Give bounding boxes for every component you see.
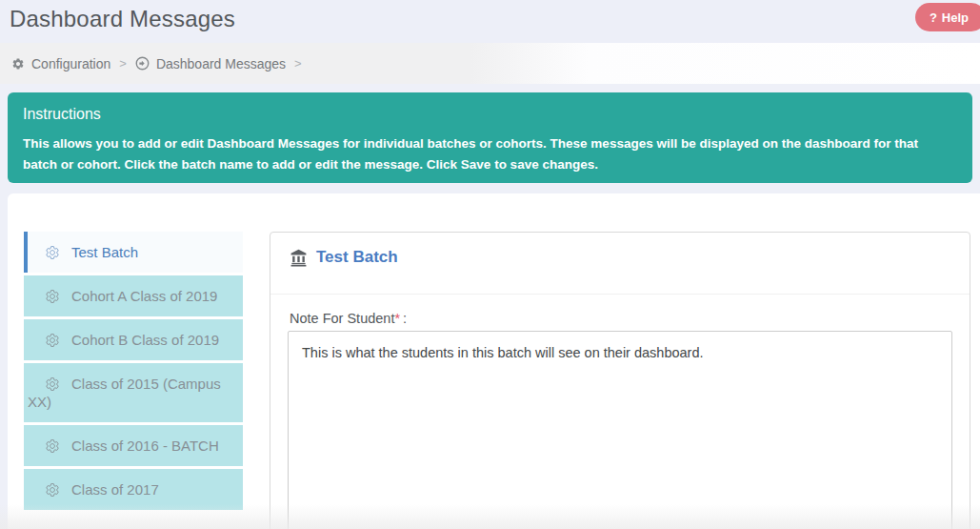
note-for-student-textarea[interactable]: This is what the students in this batch … xyxy=(288,331,952,529)
page: Dashboard Messages ? Help Configuration … xyxy=(0,0,980,183)
gear-icon xyxy=(11,57,25,71)
arrow-circle-right-icon xyxy=(135,56,150,71)
batch-item-class-2015[interactable]: Class of 2015 (Campus XX) xyxy=(24,363,243,422)
instructions-panel: Instructions This allows you to add or e… xyxy=(8,92,972,183)
breadcrumb-label: Dashboard Messages xyxy=(156,56,286,71)
main-card: Test Batch Cohort A Class of 2019 Cohort… xyxy=(8,193,980,529)
gear-icon xyxy=(45,482,60,498)
batch-item-label: Class of 2017 xyxy=(71,481,159,498)
batch-list: Test Batch Cohort A Class of 2019 Cohort… xyxy=(24,232,243,513)
breadcrumb-label: Configuration xyxy=(31,56,110,71)
gear-icon xyxy=(45,245,60,260)
batch-item-class-2016[interactable]: Class of 2016 - BATCH xyxy=(24,425,243,466)
breadcrumb-item-dashboard-messages[interactable]: Dashboard Messages xyxy=(135,56,286,71)
help-button-label: Help xyxy=(942,10,969,25)
batch-message-panel: Test Batch Note For Student*: This is wh… xyxy=(270,232,970,529)
panel-header: Test Batch xyxy=(270,233,970,295)
instructions-title: Instructions xyxy=(23,106,957,123)
batch-item-cohort-a-2019[interactable]: Cohort A Class of 2019 xyxy=(24,275,243,316)
batch-item-test-batch[interactable]: Test Batch xyxy=(24,232,243,273)
university-icon xyxy=(290,249,308,267)
batch-item-label: Cohort B Class of 2019 xyxy=(71,332,219,348)
instructions-body: This allows you to add or edit Dashboard… xyxy=(23,133,951,174)
batch-item-label: Cohort A Class of 2019 xyxy=(71,288,217,304)
breadcrumb-item-configuration[interactable]: Configuration xyxy=(11,56,110,71)
help-button[interactable]: ? Help xyxy=(915,3,980,31)
batch-item-label: Class of 2016 - BATCH xyxy=(71,437,219,454)
batch-item-class-2017[interactable]: Class of 2017 xyxy=(24,469,243,510)
gear-icon xyxy=(45,289,60,304)
breadcrumb: Configuration > Dashboard Messages > xyxy=(0,43,980,84)
panel-title: Test Batch xyxy=(316,248,398,267)
page-title: Dashboard Messages xyxy=(0,0,980,32)
gear-icon xyxy=(45,438,60,454)
breadcrumb-separator: > xyxy=(119,56,127,71)
batch-item-cohort-b-2019[interactable]: Cohort B Class of 2019 xyxy=(24,319,243,360)
page-header: Dashboard Messages ? Help xyxy=(0,0,980,43)
note-for-student-label: Note For Student*: xyxy=(290,311,950,326)
question-icon: ? xyxy=(930,10,937,25)
required-asterisk: * xyxy=(394,311,400,326)
gear-icon xyxy=(45,376,60,392)
gear-icon xyxy=(45,333,60,348)
batch-item-label: Test Batch xyxy=(71,244,138,260)
breadcrumb-separator: > xyxy=(294,56,302,71)
